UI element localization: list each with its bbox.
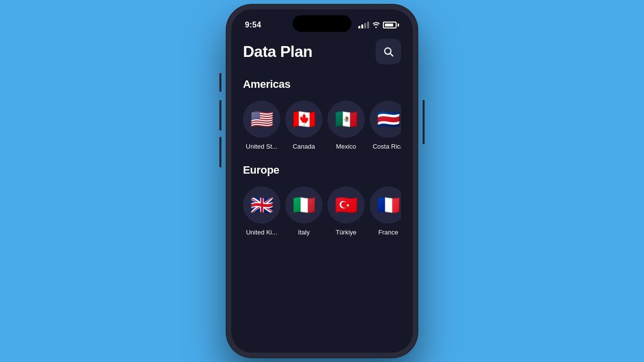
country-name: United Ki... — [246, 229, 277, 236]
flag-usa: 🇺🇸 — [243, 101, 280, 138]
flag-turkey: 🇹🇷 — [327, 186, 365, 224]
flag-mexico: 🇲🇽 — [327, 101, 365, 138]
phone-frame: 9:54 — [226, 4, 418, 358]
phone-screen: 9:54 — [231, 9, 413, 353]
search-icon — [383, 46, 394, 57]
volume-down-button[interactable] — [219, 137, 221, 167]
list-item[interactable]: 🇹🇷 Türkiye — [327, 186, 365, 236]
section-title-americas: Americas — [243, 78, 401, 91]
volume-up-button[interactable] — [219, 100, 221, 130]
list-item[interactable]: 🇨🇷 Costa Rica — [370, 101, 401, 150]
americas-grid: 🇺🇸 United St... 🇨🇦 Canada 🇲🇽 Mexico — [243, 101, 401, 150]
europe-grid: 🇬🇧 United Ki... 🇮🇹 Italy 🇹🇷 Türkiye — [243, 186, 401, 236]
flag-uk: 🇬🇧 — [243, 186, 280, 224]
power-button[interactable] — [423, 100, 425, 144]
mute-button[interactable] — [219, 73, 221, 92]
status-icons — [358, 22, 399, 28]
svg-line-1 — [390, 53, 393, 56]
status-time: 9:54 — [245, 21, 261, 29]
country-name: Türkiye — [336, 229, 357, 236]
page-title: Data Plan — [243, 43, 312, 61]
country-name: France — [378, 229, 398, 236]
flag-canada: 🇨🇦 — [285, 101, 322, 138]
flag-france: 🇫🇷 — [370, 186, 401, 224]
list-item[interactable]: 🇲🇽 Mexico — [327, 101, 365, 150]
header-row: Data Plan — [243, 39, 401, 64]
wifi-icon — [372, 22, 380, 28]
list-item[interactable]: 🇬🇧 United Ki... — [243, 186, 280, 236]
list-item[interactable]: 🇮🇹 Italy — [285, 186, 322, 236]
list-item[interactable]: 🇨🇦 Canada — [285, 101, 322, 150]
flag-italy: 🇮🇹 — [285, 186, 322, 224]
search-button[interactable] — [376, 39, 401, 64]
section-europe: Europe 🇬🇧 United Ki... 🇮🇹 Italy 🇹🇷 — [243, 164, 401, 236]
country-name: United St... — [246, 143, 277, 150]
list-item[interactable]: 🇺🇸 United St... — [243, 101, 280, 150]
signal-icon — [358, 22, 369, 28]
section-title-europe: Europe — [243, 164, 401, 177]
phone-wrapper: 9:54 — [226, 4, 418, 358]
dynamic-island — [293, 15, 351, 32]
section-americas: Americas 🇺🇸 United St... 🇨🇦 Canada 🇲🇽 — [243, 78, 401, 150]
app-content: Data Plan Americas 🇺🇸 United S — [231, 34, 413, 353]
country-name: Canada — [293, 143, 315, 150]
battery-icon — [383, 22, 399, 28]
list-item[interactable]: 🇫🇷 France — [370, 186, 401, 236]
country-name: Italy — [298, 229, 310, 236]
flag-costarica: 🇨🇷 — [370, 101, 401, 138]
country-name: Costa Rica — [373, 143, 401, 150]
country-name: Mexico — [336, 143, 356, 150]
